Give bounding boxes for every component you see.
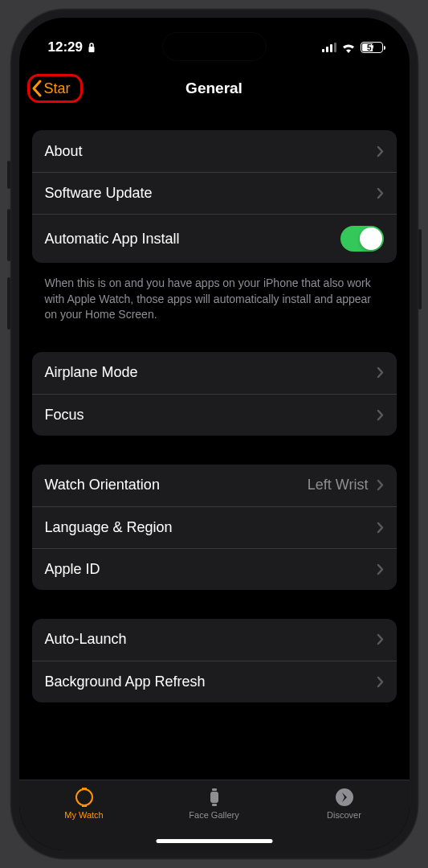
tab-face-gallery[interactable]: Face Gallery bbox=[149, 787, 279, 820]
back-label: Star bbox=[44, 80, 71, 97]
watch-icon bbox=[74, 787, 95, 808]
row-software-update[interactable]: Software Update bbox=[32, 172, 397, 214]
chevron-right-icon bbox=[377, 145, 384, 158]
svg-rect-0 bbox=[88, 47, 94, 52]
svg-rect-4 bbox=[210, 792, 218, 803]
chevron-right-icon bbox=[377, 409, 384, 421]
row-label: Airplane Mode bbox=[45, 364, 377, 381]
row-auto-launch[interactable]: Auto-Launch bbox=[32, 619, 397, 661]
row-automatic-app-install[interactable]: Automatic App Install bbox=[32, 214, 397, 263]
row-label: Focus bbox=[45, 407, 377, 424]
chevron-right-icon bbox=[377, 633, 384, 645]
power-button bbox=[418, 229, 422, 309]
face-gallery-icon bbox=[204, 787, 225, 808]
chevron-right-icon bbox=[377, 187, 384, 199]
svg-point-1 bbox=[76, 789, 92, 805]
wifi-icon bbox=[341, 43, 356, 53]
phone-frame: 12:29 57 bbox=[10, 8, 419, 860]
tab-label: My Watch bbox=[64, 810, 104, 820]
dynamic-island bbox=[162, 32, 267, 61]
nav-header: Star General bbox=[19, 69, 410, 108]
row-language-region[interactable]: Language & Region bbox=[32, 506, 397, 548]
row-apple-id[interactable]: Apple ID bbox=[32, 548, 397, 590]
row-airplane-mode[interactable]: Airplane Mode bbox=[32, 352, 397, 394]
row-background-app-refresh[interactable]: Background App Refresh bbox=[32, 661, 397, 702]
row-label: Watch Orientation bbox=[45, 477, 308, 493]
battery-percent: 57 bbox=[367, 43, 376, 52]
chevron-right-icon bbox=[377, 676, 384, 688]
tab-label: Discover bbox=[327, 810, 361, 820]
status-left: 12:29 bbox=[48, 39, 96, 55]
tab-my-watch[interactable]: My Watch bbox=[19, 787, 149, 820]
lock-icon bbox=[88, 42, 96, 53]
row-label: About bbox=[45, 143, 377, 160]
compass-icon bbox=[334, 787, 355, 808]
section-footer: When this is on and you have apps on you… bbox=[32, 269, 397, 323]
svg-rect-6 bbox=[212, 804, 217, 806]
chevron-left-icon bbox=[31, 80, 43, 97]
row-label: Auto-Launch bbox=[45, 631, 377, 648]
settings-section-2: Airplane Mode Focus bbox=[32, 352, 397, 436]
page-title: General bbox=[185, 80, 243, 97]
svg-rect-5 bbox=[212, 788, 217, 791]
chevron-right-icon bbox=[377, 479, 384, 491]
tab-label: Face Gallery bbox=[189, 810, 238, 820]
row-label: Software Update bbox=[45, 185, 377, 202]
toggle-switch[interactable] bbox=[340, 226, 384, 252]
tab-discover[interactable]: Discover bbox=[279, 787, 410, 820]
row-label: Automatic App Install bbox=[45, 231, 340, 248]
chevron-right-icon bbox=[377, 563, 384, 575]
settings-section-3: Watch Orientation Left Wrist Language & … bbox=[32, 465, 397, 590]
row-label: Background App Refresh bbox=[45, 674, 377, 690]
volume-down-button bbox=[7, 277, 10, 330]
cellular-signal-icon bbox=[322, 43, 336, 52]
row-detail: Left Wrist bbox=[308, 477, 369, 493]
chevron-right-icon bbox=[377, 366, 384, 379]
back-button[interactable]: Star bbox=[27, 74, 83, 103]
toggle-thumb bbox=[360, 227, 382, 250]
row-about[interactable]: About bbox=[32, 130, 397, 172]
volume-switch bbox=[7, 161, 10, 189]
status-right: 57 bbox=[322, 42, 385, 53]
row-watch-orientation[interactable]: Watch Orientation Left Wrist bbox=[32, 465, 397, 506]
content-scroll[interactable]: About Software Update Automatic App Inst… bbox=[19, 108, 410, 780]
settings-section-4: Auto-Launch Background App Refresh bbox=[32, 619, 397, 702]
row-label: Apple ID bbox=[45, 561, 377, 578]
settings-section-1: About Software Update Automatic App Inst… bbox=[32, 130, 397, 263]
status-time: 12:29 bbox=[48, 39, 83, 55]
row-focus[interactable]: Focus bbox=[32, 394, 397, 436]
home-indicator[interactable] bbox=[156, 839, 272, 843]
screen: 12:29 57 bbox=[19, 18, 410, 850]
volume-up-button bbox=[7, 209, 10, 261]
svg-rect-2 bbox=[82, 788, 87, 790]
chevron-right-icon bbox=[377, 522, 384, 534]
row-label: Language & Region bbox=[45, 519, 377, 536]
battery-icon: 57 bbox=[361, 42, 385, 53]
svg-rect-3 bbox=[82, 805, 87, 807]
